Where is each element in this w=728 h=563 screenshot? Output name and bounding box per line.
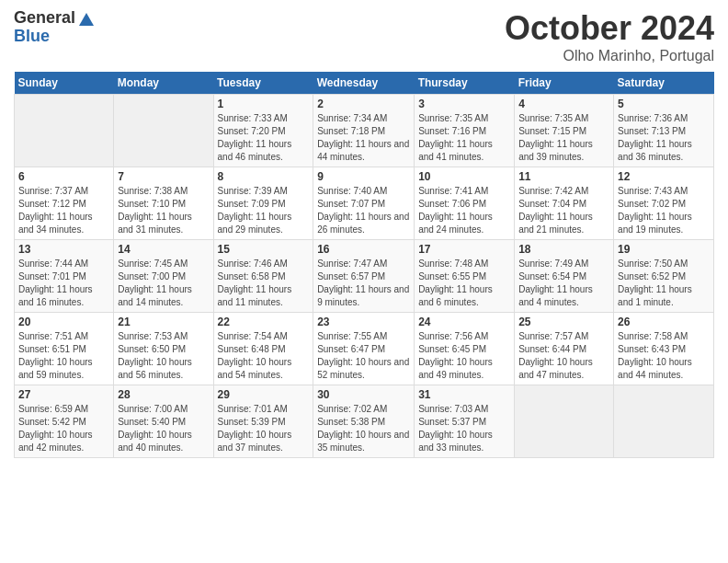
daylight-text: Daylight: 11 hours and 31 minutes. [118, 211, 209, 236]
sunrise-text: Sunrise: 7:33 AM [218, 112, 310, 125]
location-title: Olho Marinho, Portugal [505, 48, 714, 64]
day-info: Sunrise: 7:51 AMSunset: 6:51 PMDaylight:… [18, 330, 109, 382]
day-info: Sunrise: 7:57 AMSunset: 6:44 PMDaylight:… [518, 330, 609, 382]
sunrise-text: Sunrise: 7:38 AM [118, 185, 209, 198]
sunrise-text: Sunrise: 7:53 AM [118, 330, 209, 343]
sunset-text: Sunset: 6:55 PM [418, 270, 510, 283]
col-header-wednesday: Wednesday [313, 72, 415, 95]
day-info: Sunrise: 7:36 AMSunset: 7:13 PMDaylight:… [618, 112, 710, 164]
sunrise-text: Sunrise: 7:34 AM [317, 112, 410, 125]
calendar-table: SundayMondayTuesdayWednesdayThursdayFrid… [14, 72, 714, 458]
day-number: 19 [618, 243, 710, 256]
day-cell: 23Sunrise: 7:55 AMSunset: 6:47 PMDayligh… [313, 313, 415, 385]
daylight-text: Daylight: 10 hours and 52 minutes. [317, 356, 410, 382]
logo-blue: Blue [14, 27, 50, 45]
day-info: Sunrise: 6:59 AMSunset: 5:42 PMDaylight:… [18, 403, 109, 454]
daylight-text: Daylight: 10 hours and 44 minutes. [618, 356, 710, 382]
sunrise-text: Sunrise: 7:42 AM [518, 185, 609, 198]
sunrise-text: Sunrise: 7:55 AM [317, 330, 410, 343]
daylight-text: Daylight: 11 hours and 14 minutes. [118, 283, 209, 309]
daylight-text: Daylight: 10 hours and 40 minutes. [118, 429, 209, 454]
week-row-4: 20Sunrise: 7:51 AMSunset: 6:51 PMDayligh… [15, 313, 714, 385]
sunset-text: Sunset: 7:10 PM [118, 198, 209, 211]
daylight-text: Daylight: 11 hours and 29 minutes. [218, 211, 310, 236]
sunset-text: Sunset: 6:43 PM [618, 343, 710, 356]
sunset-text: Sunset: 6:54 PM [518, 270, 609, 283]
logo-general: General [14, 8, 75, 27]
day-number: 20 [18, 316, 109, 328]
sunset-text: Sunset: 6:48 PM [218, 343, 310, 356]
day-cell: 9Sunrise: 7:40 AMSunset: 7:07 PMDaylight… [313, 167, 415, 240]
sunset-text: Sunset: 7:12 PM [18, 198, 109, 211]
sunrise-text: Sunrise: 7:35 AM [518, 112, 609, 125]
header: General Blue October 2024 Olho Marinho, … [14, 9, 714, 64]
sunset-text: Sunset: 7:01 PM [18, 270, 109, 283]
sunset-text: Sunset: 6:44 PM [518, 343, 609, 356]
header-row: SundayMondayTuesdayWednesdayThursdayFrid… [15, 72, 714, 95]
sunrise-text: Sunrise: 7:43 AM [618, 185, 710, 198]
day-cell: 30Sunrise: 7:02 AMSunset: 5:38 PMDayligh… [313, 385, 415, 458]
sunrise-text: Sunrise: 7:37 AM [18, 185, 109, 198]
day-cell: 31Sunrise: 7:03 AMSunset: 5:37 PMDayligh… [415, 385, 515, 458]
sunrise-text: Sunrise: 7:45 AM [118, 258, 209, 270]
page: General Blue October 2024 Olho Marinho, … [0, 0, 728, 467]
daylight-text: Daylight: 11 hours and 39 minutes. [518, 138, 609, 164]
day-info: Sunrise: 7:40 AMSunset: 7:07 PMDaylight:… [317, 185, 410, 236]
daylight-text: Daylight: 11 hours and 24 minutes. [418, 211, 510, 236]
day-number: 31 [418, 388, 510, 401]
month-title: October 2024 [505, 9, 714, 48]
daylight-text: Daylight: 11 hours and 11 minutes. [218, 283, 310, 309]
sunrise-text: Sunrise: 7:41 AM [418, 185, 510, 198]
sunset-text: Sunset: 6:51 PM [18, 343, 109, 356]
day-cell: 24Sunrise: 7:56 AMSunset: 6:45 PMDayligh… [415, 313, 515, 385]
day-info: Sunrise: 7:00 AMSunset: 5:40 PMDaylight:… [118, 403, 209, 454]
day-number: 21 [118, 316, 209, 328]
sunrise-text: Sunrise: 7:46 AM [218, 258, 310, 270]
daylight-text: Daylight: 11 hours and 19 minutes. [618, 211, 710, 236]
day-info: Sunrise: 7:54 AMSunset: 6:48 PMDaylight:… [218, 330, 310, 382]
day-number: 23 [317, 316, 410, 328]
day-info: Sunrise: 7:47 AMSunset: 6:57 PMDaylight:… [317, 258, 410, 309]
svg-marker-0 [79, 13, 94, 26]
day-info: Sunrise: 7:43 AMSunset: 7:02 PMDaylight:… [618, 185, 710, 236]
day-cell: 10Sunrise: 7:41 AMSunset: 7:06 PMDayligh… [415, 167, 515, 240]
day-cell: 14Sunrise: 7:45 AMSunset: 7:00 PMDayligh… [114, 240, 213, 313]
sunset-text: Sunset: 7:20 PM [218, 125, 310, 138]
daylight-text: Daylight: 11 hours and 21 minutes. [518, 211, 609, 236]
sunrise-text: Sunrise: 7:57 AM [518, 330, 609, 343]
col-header-saturday: Saturday [614, 72, 714, 95]
daylight-text: Daylight: 10 hours and 35 minutes. [317, 429, 410, 454]
day-number: 5 [618, 98, 710, 110]
day-info: Sunrise: 7:34 AMSunset: 7:18 PMDaylight:… [317, 112, 410, 164]
day-info: Sunrise: 7:33 AMSunset: 7:20 PMDaylight:… [218, 112, 310, 164]
day-info: Sunrise: 7:03 AMSunset: 5:37 PMDaylight:… [418, 403, 510, 454]
sunrise-text: Sunrise: 7:51 AM [18, 330, 109, 343]
sunset-text: Sunset: 7:15 PM [518, 125, 609, 138]
sunrise-text: Sunrise: 7:36 AM [618, 112, 710, 125]
day-number: 17 [418, 243, 510, 256]
col-header-thursday: Thursday [415, 72, 515, 95]
day-cell: 27Sunrise: 6:59 AMSunset: 5:42 PMDayligh… [15, 385, 114, 458]
day-number: 12 [618, 170, 710, 183]
day-cell: 16Sunrise: 7:47 AMSunset: 6:57 PMDayligh… [313, 240, 415, 313]
day-cell: 6Sunrise: 7:37 AMSunset: 7:12 PMDaylight… [15, 167, 114, 240]
daylight-text: Daylight: 10 hours and 59 minutes. [18, 356, 109, 382]
daylight-text: Daylight: 11 hours and 16 minutes. [18, 283, 109, 309]
day-number: 15 [218, 243, 310, 256]
sunset-text: Sunset: 5:42 PM [18, 416, 109, 429]
day-number: 28 [118, 388, 209, 401]
day-number: 24 [418, 316, 510, 328]
daylight-text: Daylight: 11 hours and 6 minutes. [418, 283, 510, 309]
day-cell [614, 385, 714, 458]
day-info: Sunrise: 7:56 AMSunset: 6:45 PMDaylight:… [418, 330, 510, 382]
sunset-text: Sunset: 7:06 PM [418, 198, 510, 211]
sunset-text: Sunset: 6:57 PM [317, 270, 410, 283]
day-cell: 25Sunrise: 7:57 AMSunset: 6:44 PMDayligh… [515, 313, 614, 385]
sunrise-text: Sunrise: 7:47 AM [317, 258, 410, 270]
day-number: 4 [518, 98, 609, 110]
day-number: 1 [218, 98, 310, 110]
day-number: 9 [317, 170, 410, 183]
sunrise-text: Sunrise: 7:40 AM [317, 185, 410, 198]
week-row-5: 27Sunrise: 6:59 AMSunset: 5:42 PMDayligh… [15, 385, 714, 458]
daylight-text: Daylight: 11 hours and 1 minute. [618, 283, 710, 309]
